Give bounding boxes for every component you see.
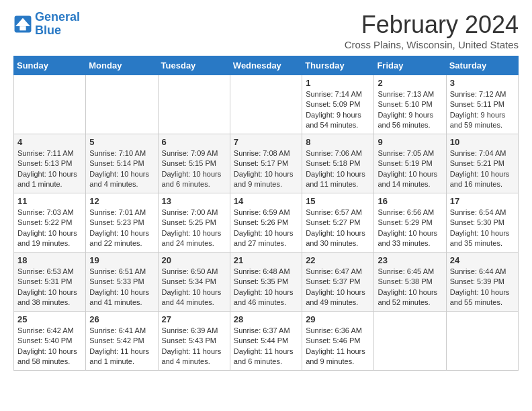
day-content: Sunrise: 6:57 AM Sunset: 5:27 PM Dayligh… [306,208,370,249]
day-content: Sunrise: 7:05 AM Sunset: 5:19 PM Dayligh… [378,148,442,190]
day-content: Sunrise: 7:01 AM Sunset: 5:23 PM Dayligh… [89,208,154,249]
title-block: February 2024 Cross Plains, Wisconsin, U… [345,11,519,50]
col-header-tuesday: Tuesday [158,56,230,75]
day-number: 9 [378,137,442,147]
day-content: Sunrise: 6:51 AM Sunset: 5:33 PM Dayligh… [89,267,154,308]
day-content: Sunrise: 7:09 AM Sunset: 5:15 PM Dayligh… [162,148,226,190]
day-content: Sunrise: 6:44 AM Sunset: 5:39 PM Dayligh… [450,267,515,308]
day-number: 22 [306,255,370,265]
calendar-cell: 8Sunrise: 7:06 AM Sunset: 5:18 PM Daylig… [302,134,374,193]
day-number: 13 [162,196,226,206]
day-number: 2 [378,78,442,88]
day-content: Sunrise: 6:53 AM Sunset: 5:31 PM Dayligh… [17,267,82,308]
day-content: Sunrise: 7:06 AM Sunset: 5:18 PM Dayligh… [306,148,370,190]
day-number: 24 [450,255,515,265]
calendar-cell: 11Sunrise: 7:03 AM Sunset: 5:22 PM Dayli… [14,193,86,253]
calendar-cell: 21Sunrise: 6:48 AM Sunset: 5:35 PM Dayli… [230,253,302,312]
week-row-2: 4Sunrise: 7:11 AM Sunset: 5:13 PM Daylig… [14,134,519,193]
calendar-cell: 1Sunrise: 7:14 AM Sunset: 5:09 PM Daylig… [302,75,374,134]
day-content: Sunrise: 7:00 AM Sunset: 5:25 PM Dayligh… [162,208,226,249]
day-content: Sunrise: 7:14 AM Sunset: 5:09 PM Dayligh… [306,89,370,131]
calendar-cell: 19Sunrise: 6:51 AM Sunset: 5:33 PM Dayli… [86,253,158,312]
location-subtitle: Cross Plains, Wisconsin, United States [345,39,519,50]
day-content: Sunrise: 7:12 AM Sunset: 5:11 PM Dayligh… [450,89,515,131]
day-number: 12 [89,196,154,206]
calendar-cell: 22Sunrise: 6:47 AM Sunset: 5:37 PM Dayli… [302,253,374,312]
day-content: Sunrise: 7:10 AM Sunset: 5:14 PM Dayligh… [89,148,154,190]
day-content: Sunrise: 6:56 AM Sunset: 5:29 PM Dayligh… [378,208,442,249]
day-content: Sunrise: 6:48 AM Sunset: 5:35 PM Dayligh… [234,267,298,308]
calendar-cell: 10Sunrise: 7:04 AM Sunset: 5:21 PM Dayli… [446,134,518,193]
calendar-cell: 3Sunrise: 7:12 AM Sunset: 5:11 PM Daylig… [446,75,518,134]
calendar-cell: 25Sunrise: 6:42 AM Sunset: 5:40 PM Dayli… [14,312,86,371]
day-number: 27 [162,314,226,324]
day-content: Sunrise: 7:04 AM Sunset: 5:21 PM Dayligh… [450,148,515,190]
day-content: Sunrise: 6:36 AM Sunset: 5:46 PM Dayligh… [306,326,370,367]
calendar-cell: 17Sunrise: 6:54 AM Sunset: 5:30 PM Dayli… [446,193,518,253]
col-header-monday: Monday [86,56,158,75]
page-header: General Blue February 2024 Cross Plains,… [13,11,519,50]
week-row-1: 1Sunrise: 7:14 AM Sunset: 5:09 PM Daylig… [14,75,519,134]
calendar-cell [14,75,86,134]
calendar-cell: 6Sunrise: 7:09 AM Sunset: 5:15 PM Daylig… [158,134,230,193]
day-number: 19 [89,255,154,265]
col-header-thursday: Thursday [302,56,374,75]
col-header-saturday: Saturday [446,56,518,75]
day-number: 16 [378,196,442,206]
week-row-5: 25Sunrise: 6:42 AM Sunset: 5:40 PM Dayli… [14,312,519,371]
calendar-cell [230,75,302,134]
calendar-cell: 13Sunrise: 7:00 AM Sunset: 5:25 PM Dayli… [158,193,230,253]
day-content: Sunrise: 6:47 AM Sunset: 5:37 PM Dayligh… [306,267,370,308]
day-content: Sunrise: 6:59 AM Sunset: 5:26 PM Dayligh… [234,208,298,249]
day-content: Sunrise: 6:50 AM Sunset: 5:34 PM Dayligh… [162,267,226,308]
logo: General Blue [13,11,80,38]
calendar-header-row: SundayMondayTuesdayWednesdayThursdayFrid… [14,56,519,75]
day-content: Sunrise: 7:13 AM Sunset: 5:10 PM Dayligh… [378,89,442,131]
day-number: 20 [162,255,226,265]
day-number: 1 [306,78,370,88]
day-content: Sunrise: 7:11 AM Sunset: 5:13 PM Dayligh… [17,148,82,190]
svg-rect-2 [19,26,26,30]
day-number: 29 [306,314,370,324]
day-content: Sunrise: 6:54 AM Sunset: 5:30 PM Dayligh… [450,208,515,249]
calendar-cell: 24Sunrise: 6:44 AM Sunset: 5:39 PM Dayli… [446,253,518,312]
calendar-cell: 23Sunrise: 6:45 AM Sunset: 5:38 PM Dayli… [374,253,446,312]
calendar-cell [446,312,518,371]
week-row-3: 11Sunrise: 7:03 AM Sunset: 5:22 PM Dayli… [14,193,519,253]
calendar-cell [158,75,230,134]
day-number: 18 [17,255,82,265]
day-content: Sunrise: 6:42 AM Sunset: 5:40 PM Dayligh… [17,326,82,367]
day-number: 11 [17,196,82,206]
logo-text: General Blue [35,11,80,38]
day-number: 17 [450,196,515,206]
day-content: Sunrise: 6:37 AM Sunset: 5:44 PM Dayligh… [234,326,298,367]
day-content: Sunrise: 6:41 AM Sunset: 5:42 PM Dayligh… [89,326,154,367]
day-content: Sunrise: 7:08 AM Sunset: 5:17 PM Dayligh… [234,148,298,190]
logo-icon [13,15,32,34]
week-row-4: 18Sunrise: 6:53 AM Sunset: 5:31 PM Dayli… [14,253,519,312]
day-number: 6 [162,137,226,147]
day-number: 7 [234,137,298,147]
calendar-cell: 12Sunrise: 7:01 AM Sunset: 5:23 PM Dayli… [86,193,158,253]
calendar-cell: 29Sunrise: 6:36 AM Sunset: 5:46 PM Dayli… [302,312,374,371]
calendar-cell: 9Sunrise: 7:05 AM Sunset: 5:19 PM Daylig… [374,134,446,193]
day-number: 8 [306,137,370,147]
day-number: 15 [306,196,370,206]
day-number: 28 [234,314,298,324]
calendar-cell: 26Sunrise: 6:41 AM Sunset: 5:42 PM Dayli… [86,312,158,371]
calendar-cell: 18Sunrise: 6:53 AM Sunset: 5:31 PM Dayli… [14,253,86,312]
day-number: 14 [234,196,298,206]
col-header-sunday: Sunday [14,56,86,75]
calendar-cell: 14Sunrise: 6:59 AM Sunset: 5:26 PM Dayli… [230,193,302,253]
col-header-friday: Friday [374,56,446,75]
day-content: Sunrise: 6:45 AM Sunset: 5:38 PM Dayligh… [378,267,442,308]
logo-line1: General [35,10,80,24]
calendar-cell [374,312,446,371]
calendar-cell: 7Sunrise: 7:08 AM Sunset: 5:17 PM Daylig… [230,134,302,193]
day-number: 3 [450,78,515,88]
calendar-cell: 15Sunrise: 6:57 AM Sunset: 5:27 PM Dayli… [302,193,374,253]
calendar-cell [86,75,158,134]
month-year-title: February 2024 [345,11,519,39]
calendar-cell: 16Sunrise: 6:56 AM Sunset: 5:29 PM Dayli… [374,193,446,253]
day-number: 23 [378,255,442,265]
